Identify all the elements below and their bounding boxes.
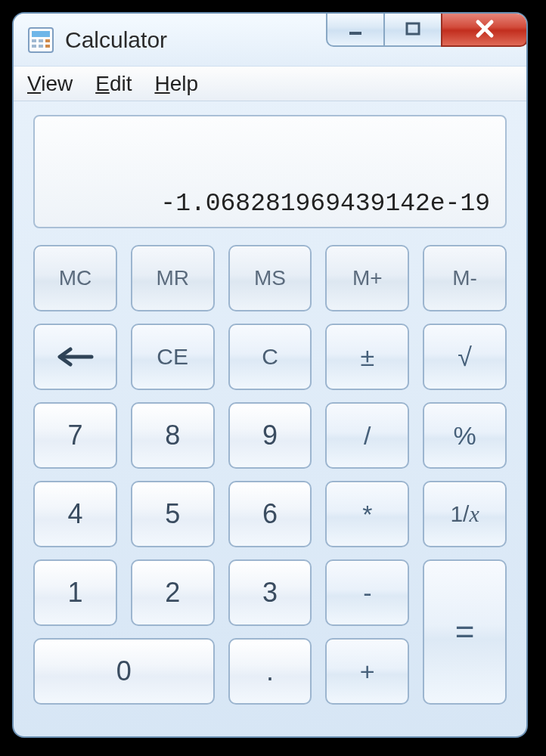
digit-9-button[interactable]: 9 [228,402,312,469]
maximize-icon [402,18,423,39]
close-icon [472,16,498,42]
digit-8-button[interactable]: 8 [131,402,215,469]
keypad: MC MR MS M+ M- CE C ± √ 7 8 9 / % 4 [33,245,507,705]
svg-rect-7 [45,45,50,48]
svg-rect-2 [32,39,36,42]
digit-5-button[interactable]: 5 [131,481,215,547]
multiply-button[interactable]: * [325,481,409,547]
backspace-button[interactable] [33,324,117,390]
add-button[interactable]: + [325,638,409,705]
svg-rect-4 [45,39,50,42]
c-button[interactable]: C [228,324,312,390]
window-title: Calculator [65,27,167,53]
maximize-button[interactable] [383,12,442,47]
digit-2-button[interactable]: 2 [131,559,215,626]
client-area: -1.068281969439142e-19 MC MR MS M+ M- CE… [14,101,526,724]
ms-button[interactable]: MS [228,245,312,311]
menu-help[interactable]: Help [154,72,198,96]
percent-button[interactable]: % [423,402,507,469]
decimal-button[interactable]: . [228,638,312,705]
minimize-button[interactable] [326,12,385,47]
title-bar: Calculator [14,14,526,67]
svg-rect-3 [39,39,43,42]
display-value: -1.068281969439142e-19 [160,190,490,218]
menu-view[interactable]: View [27,72,73,96]
mr-button[interactable]: MR [131,245,215,311]
digit-7-button[interactable]: 7 [33,402,117,469]
window-controls [327,12,528,47]
mminus-button[interactable]: M- [423,245,507,311]
digit-0-button[interactable]: 0 [33,638,215,705]
calculator-window: Calculator View Edit Help View [12,12,528,738]
divide-button[interactable]: / [325,402,409,469]
plus-minus-button[interactable]: ± [325,324,409,390]
digit-6-button[interactable]: 6 [228,481,312,547]
svg-rect-6 [39,45,43,48]
sqrt-button[interactable]: √ [423,324,507,390]
menu-bar: View Edit Help View Edit Help [14,67,526,101]
ce-button[interactable]: CE [131,324,215,390]
menu-edit[interactable]: Edit [95,72,132,96]
svg-rect-5 [32,45,36,48]
equals-button[interactable]: = [423,559,507,705]
digit-4-button[interactable]: 4 [33,481,117,547]
svg-rect-9 [407,23,419,34]
calculator-app-icon [27,26,54,54]
svg-rect-8 [349,32,361,35]
digit-1-button[interactable]: 1 [33,559,117,626]
digit-3-button[interactable]: 3 [228,559,312,626]
close-button[interactable] [441,12,528,47]
mplus-button[interactable]: M+ [325,245,409,311]
subtract-button[interactable]: - [325,559,409,626]
svg-rect-1 [32,31,50,37]
minimize-icon [345,18,366,39]
result-display: -1.068281969439142e-19 [33,115,507,228]
backspace-arrow-icon [54,346,96,367]
mc-button[interactable]: MC [33,245,117,311]
reciprocal-button[interactable]: 1/x [423,481,507,547]
